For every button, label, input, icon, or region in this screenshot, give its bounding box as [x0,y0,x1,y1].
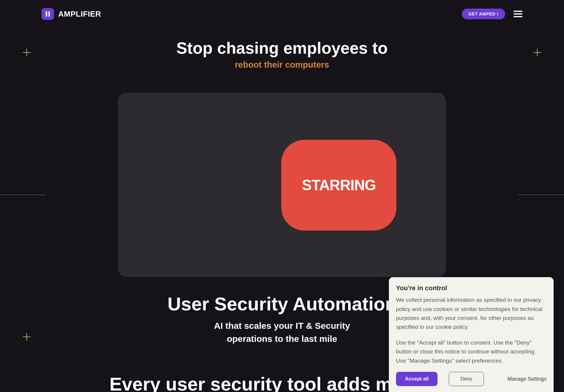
hero-subhead: reboot their computers [0,60,564,70]
brand-mark-icon [42,8,54,20]
hero: Stop chasing employees to reboot their c… [0,39,564,70]
accept-all-button[interactable]: Accept all [396,372,438,386]
cookie-consent: You're in control We collect personal in… [389,277,554,392]
manage-settings-button[interactable]: Manage Settings [508,376,546,382]
video-badge: STARRING [281,140,397,231]
cookie-title: You're in control [396,284,546,292]
decorative-rule [0,195,46,195]
get-amped-button[interactable]: GET AMPED ! [462,9,505,19]
hero-headline: Stop chasing employees to [0,39,564,58]
deny-button[interactable]: Deny [449,372,484,386]
menu-icon[interactable] [514,11,522,17]
decorative-rule [518,195,564,195]
brand-name: AMPLIFIER [58,9,101,19]
cookie-actions: Accept all Deny Manage Settings [396,372,546,386]
video-badge-text: STARRING [302,177,376,194]
site-header: AMPLIFIER GET AMPED ! [0,8,564,20]
brand-logo[interactable]: AMPLIFIER [42,8,101,20]
header-actions: GET AMPED ! [462,9,522,19]
cookie-body: Use the "Accept all" button to consent. … [396,338,546,365]
hero-video[interactable]: STARRING [118,93,446,277]
cookie-body: We collect personal information as speci… [396,296,546,332]
